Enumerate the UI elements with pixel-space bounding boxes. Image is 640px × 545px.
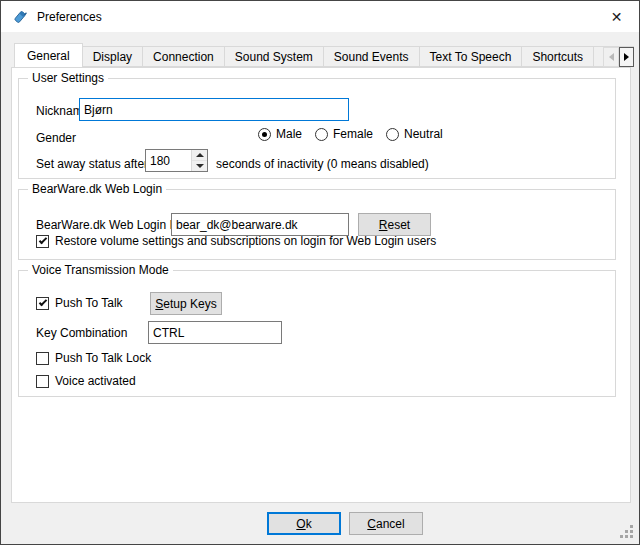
radio-selected-icon <box>258 128 271 141</box>
push-to-talk-lock-checkbox[interactable]: Push To Talk Lock <box>36 351 151 365</box>
tab-general[interactable]: General <box>14 43 83 67</box>
checkmark-icon <box>39 235 47 243</box>
tab-strip: General Display Connection Sound System … <box>14 42 634 67</box>
ok-button[interactable]: Ok <box>267 512 341 535</box>
tab-shortcuts[interactable]: Shortcuts <box>521 46 594 67</box>
nickname-input[interactable] <box>79 98 349 121</box>
web-login-id-input[interactable] <box>171 213 349 236</box>
tab-scroll-left-button <box>603 47 619 67</box>
chevron-left-icon <box>609 53 614 61</box>
radio-neutral[interactable]: Neutral <box>386 127 443 141</box>
tab-sound-system[interactable]: Sound System <box>224 46 324 67</box>
radio-unselected-icon <box>386 128 399 141</box>
tab-text-to-speech[interactable]: Text To Speech <box>419 46 523 67</box>
arrow-down-icon <box>196 164 204 168</box>
voice-activated-checkbox[interactable]: Voice activated <box>36 374 136 388</box>
voice-transmission-group: Voice Transmission Mode Push To Talk Set… <box>18 270 616 397</box>
title-bar[interactable]: Preferences ✕ <box>1 1 639 32</box>
app-icon <box>12 9 28 25</box>
tab-sound-events[interactable]: Sound Events <box>323 46 420 67</box>
tab-scroll-right-button[interactable] <box>619 47 634 67</box>
close-button[interactable]: ✕ <box>594 1 639 32</box>
cancel-button[interactable]: Cancel <box>349 512 423 535</box>
radio-unselected-icon <box>315 128 328 141</box>
group-title: BearWare.dk Web Login <box>28 182 166 196</box>
group-title: Voice Transmission Mode <box>28 263 173 277</box>
window-title: Preferences <box>37 10 102 24</box>
chevron-right-icon <box>624 53 629 61</box>
restore-volume-checkbox[interactable]: Restore volume settings and subscription… <box>36 234 436 248</box>
away-status-label: Set away status after <box>36 157 148 171</box>
group-title: User Settings <box>28 71 108 85</box>
away-status-suffix-label: seconds of inactivity (0 means disabled) <box>216 157 429 171</box>
reset-button[interactable]: Reset <box>358 213 431 236</box>
web-login-group: BearWare.dk Web Login BearWare.dk Web Lo… <box>18 189 616 260</box>
tab-connection[interactable]: Connection <box>142 46 225 67</box>
away-seconds-spinbox[interactable]: 180 <box>145 149 208 172</box>
radio-female[interactable]: Female <box>315 127 373 141</box>
checkbox-unchecked-icon <box>36 375 49 388</box>
checkbox-unchecked-icon <box>36 352 49 365</box>
key-combination-input[interactable] <box>148 321 282 344</box>
spin-down-button[interactable] <box>192 160 207 170</box>
key-combination-label: Key Combination <box>36 326 127 340</box>
general-tab-pane: User Settings Nickname Gender Male Femal… <box>11 67 631 503</box>
setup-keys-button[interactable]: Setup Keys <box>150 292 222 315</box>
spinbox-value: 180 <box>150 154 170 168</box>
web-login-id-label: BearWare.dk Web Login ID <box>36 218 181 232</box>
push-to-talk-checkbox[interactable]: Push To Talk <box>36 296 123 310</box>
checkbox-checked-icon <box>36 235 49 248</box>
spin-up-button[interactable] <box>192 150 207 160</box>
tab-display[interactable]: Display <box>82 46 143 67</box>
radio-male[interactable]: Male <box>258 127 302 141</box>
preferences-dialog: Preferences ✕ General Display Connection… <box>0 0 640 545</box>
user-settings-group: User Settings Nickname Gender Male Femal… <box>18 78 616 179</box>
gender-radio-group: Male Female Neutral <box>258 127 456 141</box>
spinbox-buttons <box>191 150 207 171</box>
arrow-up-icon <box>196 153 204 157</box>
resize-grip-icon[interactable] <box>620 525 633 538</box>
checkbox-checked-icon <box>36 297 49 310</box>
checkmark-icon <box>39 297 47 305</box>
gender-label: Gender <box>36 131 76 145</box>
